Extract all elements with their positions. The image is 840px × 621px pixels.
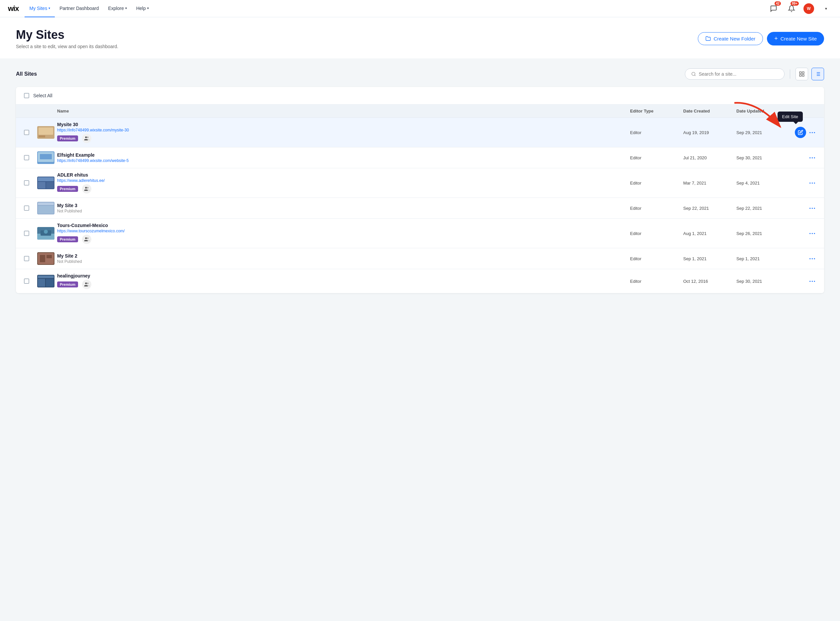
grid-icon xyxy=(799,71,805,77)
site-url[interactable]: https://www.tourscozumelmexico.com/ xyxy=(57,229,630,233)
user-avatar[interactable]: W xyxy=(804,3,814,14)
svg-point-24 xyxy=(85,187,87,189)
page-title: My Sites xyxy=(16,28,118,42)
date-updated: Sep 4, 2021 xyxy=(737,180,790,186)
date-created: Sep 22, 2021 xyxy=(683,206,737,211)
row-checkbox[interactable] xyxy=(24,279,29,284)
more-options-button[interactable]: ⋯ xyxy=(809,278,816,285)
list-view-button[interactable] xyxy=(811,68,824,80)
more-options-button[interactable]: ⋯ xyxy=(809,205,816,211)
svg-point-31 xyxy=(44,230,48,234)
edit-site-button[interactable] xyxy=(795,127,806,138)
collab-badge[interactable] xyxy=(82,134,91,143)
svg-rect-15 xyxy=(38,135,45,138)
editor-type: Editor xyxy=(630,206,683,211)
more-options-button[interactable]: ⋯ xyxy=(809,154,816,161)
svg-point-0 xyxy=(692,72,695,76)
thumb-image xyxy=(37,126,55,139)
row-actions: ⋯ xyxy=(790,205,816,211)
wix-logo[interactable]: wix xyxy=(8,4,18,13)
row-actions: Edit Site ⋯ xyxy=(790,127,816,138)
col-thumb xyxy=(37,109,57,114)
nav-tab-my-sites[interactable]: My Sites ▾ xyxy=(24,0,55,17)
search-icon xyxy=(691,71,696,77)
row-checkbox[interactable] xyxy=(24,155,29,160)
site-thumbnail xyxy=(37,252,55,265)
more-options-button[interactable]: ⋯ xyxy=(809,129,816,136)
grid-view-button[interactable] xyxy=(796,68,808,80)
create-site-button[interactable]: + Create New Site xyxy=(767,32,824,45)
row-actions: ⋯ xyxy=(790,230,816,237)
select-all-checkbox[interactable] xyxy=(24,93,29,98)
more-options-button[interactable]: ⋯ xyxy=(809,180,816,186)
main-content: All Sites xyxy=(0,58,840,302)
date-updated: Sep 30, 2021 xyxy=(737,279,790,284)
site-thumbnail xyxy=(37,275,55,288)
svg-rect-14 xyxy=(38,127,53,135)
table-row: Mysite 30 https://info748499.wixsite.com… xyxy=(16,118,824,147)
date-updated: Sep 30, 2021 xyxy=(737,155,790,160)
site-thumbnail xyxy=(37,177,55,189)
site-badges: Premium xyxy=(57,184,630,194)
date-created: Aug 1, 2021 xyxy=(683,231,737,236)
thumb-image xyxy=(37,227,55,239)
svg-rect-35 xyxy=(40,255,45,262)
collab-badge[interactable] xyxy=(82,184,91,194)
site-name: Elfsight Example xyxy=(57,152,630,158)
collab-badge[interactable] xyxy=(82,280,91,289)
chevron-down-icon: ▾ xyxy=(147,6,149,10)
filter-bar: All Sites xyxy=(16,68,824,80)
site-info: Elfsight Example https://info748499.wixs… xyxy=(57,152,630,163)
premium-badge: Premium xyxy=(57,135,78,141)
date-updated: Sep 29, 2021 xyxy=(737,130,790,135)
site-url[interactable]: https://info748499.wixsite.com/website-5 xyxy=(57,158,630,163)
more-options-button[interactable]: ⋯ xyxy=(809,230,816,237)
sites-table: Select All Name Editor Type Date Created… xyxy=(16,87,824,293)
thumb-image xyxy=(37,151,55,164)
messages-icon-button[interactable]: 42 xyxy=(768,3,779,15)
table-row: Elfsight Example https://info748499.wixs… xyxy=(16,147,824,168)
svg-point-32 xyxy=(85,237,87,239)
site-name: Tours-Cozumel-Mexico xyxy=(57,223,630,228)
row-checkbox[interactable] xyxy=(24,256,29,261)
notifications-badge: 99+ xyxy=(790,2,799,6)
site-url[interactable]: https://www.adlerehitus.ee/ xyxy=(57,178,630,183)
nav-tab-partner-dashboard[interactable]: Partner Dashboard xyxy=(55,0,103,17)
more-options-button[interactable]: ⋯ xyxy=(809,255,816,262)
nav-tab-help[interactable]: Help ▾ xyxy=(132,0,153,17)
row-checkbox[interactable] xyxy=(24,130,29,135)
svg-rect-26 xyxy=(38,203,54,205)
site-name: healingjourney xyxy=(57,273,630,279)
editor-type: Editor xyxy=(630,130,683,135)
create-folder-button[interactable]: Create New Folder xyxy=(698,32,763,45)
notifications-icon-button[interactable]: 99+ xyxy=(785,3,797,15)
row-checkbox[interactable] xyxy=(24,231,29,236)
row-checkbox[interactable] xyxy=(24,180,29,186)
row-checkbox[interactable] xyxy=(24,206,29,211)
users-icon xyxy=(84,136,90,141)
svg-rect-19 xyxy=(40,154,52,159)
svg-rect-39 xyxy=(38,279,45,287)
search-input[interactable] xyxy=(699,71,778,77)
svg-rect-27 xyxy=(38,206,54,214)
table-header: Name Editor Type Date Created Date Updat… xyxy=(16,105,824,118)
select-all-label: Select All xyxy=(33,93,53,98)
site-name: ADLER ehitus xyxy=(57,172,630,177)
nav-chevron-icon[interactable]: ▾ xyxy=(820,3,832,15)
pencil-icon xyxy=(798,130,803,135)
svg-rect-21 xyxy=(38,177,54,181)
thumb-image xyxy=(37,252,55,265)
collab-badge[interactable] xyxy=(82,235,91,244)
date-created: Jul 21, 2020 xyxy=(683,155,737,160)
site-info: My Site 2 Not Published xyxy=(57,253,630,264)
site-status: Not Published xyxy=(57,209,630,214)
all-sites-label: All Sites xyxy=(16,71,37,77)
page-subtitle: Select a site to edit, view and open its… xyxy=(16,44,118,49)
col-name: Name xyxy=(57,109,630,114)
svg-rect-36 xyxy=(47,255,52,258)
nav-tab-explore[interactable]: Explore ▾ xyxy=(103,0,131,17)
folder-icon xyxy=(705,36,711,41)
page-header: My Sites Select a site to edit, view and… xyxy=(0,17,840,58)
site-url[interactable]: https://info748499.wixsite.com/mysite-30 xyxy=(57,128,630,132)
premium-badge: Premium xyxy=(57,236,78,242)
